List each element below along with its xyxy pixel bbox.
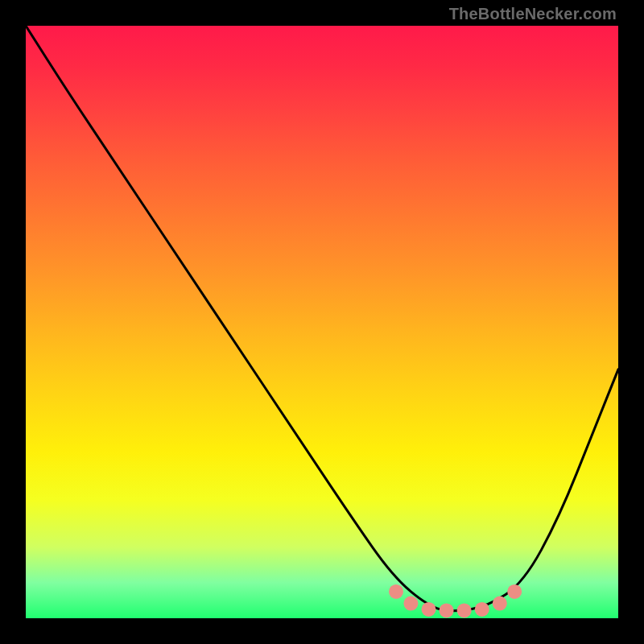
optimal-marker xyxy=(457,603,472,617)
bottleneck-curve xyxy=(26,26,618,611)
optimal-marker xyxy=(403,597,418,611)
optimal-marker xyxy=(389,584,403,599)
optimal-marker xyxy=(475,602,489,617)
chart-container: TheBottleNecker.com xyxy=(0,0,644,644)
optimal-marker xyxy=(421,602,436,617)
optimal-marker xyxy=(493,597,507,611)
curve-svg xyxy=(26,26,618,618)
plot-area xyxy=(26,26,618,618)
watermark-text: TheBottleNecker.com xyxy=(449,5,617,23)
optimal-marker xyxy=(507,584,522,599)
curve-path xyxy=(26,26,618,611)
optimal-marker xyxy=(440,603,454,617)
